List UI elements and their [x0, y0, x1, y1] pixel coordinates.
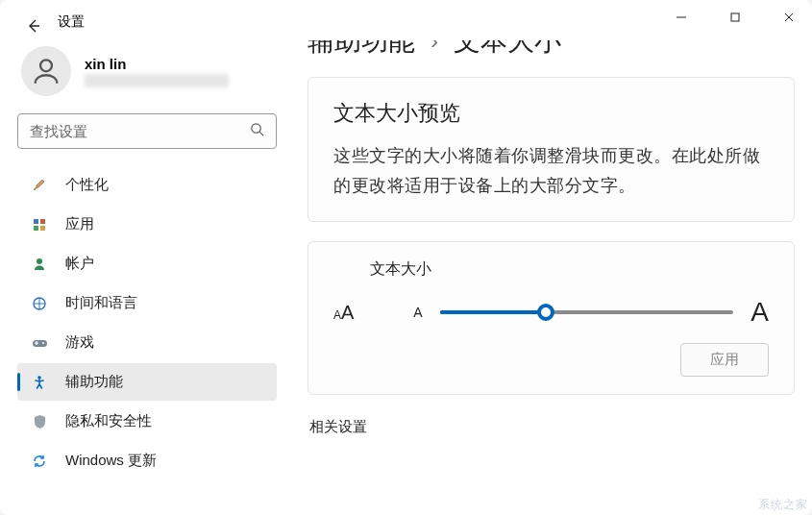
- slider-fill: [440, 310, 546, 314]
- apps-icon: [31, 216, 48, 233]
- text-size-slider[interactable]: [440, 310, 734, 314]
- minimize-button[interactable]: [666, 4, 697, 31]
- globe-clock-icon: [31, 295, 48, 312]
- main-content: 辅助功能 › 文本大小 文本大小预览 这些文字的大小将随着你调整滑块而更改。在此…: [290, 40, 812, 515]
- accessibility-icon: [31, 374, 48, 391]
- text-size-label: 文本大小: [333, 259, 769, 280]
- preview-card: 文本大小预览 这些文字的大小将随着你调整滑块而更改。在此处所做的更改将适用于设备…: [308, 77, 795, 222]
- svg-rect-8: [34, 219, 38, 224]
- user-email-blurred: [85, 74, 229, 87]
- apply-button[interactable]: 应用: [680, 343, 769, 377]
- brush-icon: [31, 177, 48, 194]
- nav-label: 游戏: [65, 333, 94, 352]
- breadcrumb-parent[interactable]: 辅助功能: [308, 40, 415, 60]
- svg-point-15: [42, 342, 44, 344]
- person-icon: [31, 256, 48, 273]
- maximize-button[interactable]: [720, 4, 750, 31]
- update-icon: [31, 453, 48, 470]
- nav-label: 时间和语言: [65, 294, 137, 312]
- nav-accessibility[interactable]: 辅助功能: [17, 363, 277, 401]
- settings-window: 设置 xin lin: [0, 0, 812, 515]
- slider-thumb[interactable]: [537, 304, 554, 321]
- back-button[interactable]: [21, 13, 46, 38]
- text-size-card: 文本大小 AA A A 应用: [308, 241, 795, 395]
- nav-windows-update[interactable]: Windows 更新: [17, 442, 277, 479]
- nav-label: 帐户: [65, 255, 94, 273]
- close-button[interactable]: [774, 4, 804, 31]
- search-icon: [250, 122, 264, 140]
- svg-point-5: [40, 60, 52, 71]
- nav-label: Windows 更新: [65, 452, 157, 470]
- related-settings-heading: 相关设置: [308, 414, 795, 440]
- nav-label: 隐私和安全性: [65, 412, 152, 430]
- svg-rect-1: [731, 13, 739, 21]
- gamepad-icon: [31, 334, 48, 352]
- nav-label: 辅助功能: [65, 373, 123, 391]
- nav-time-language[interactable]: 时间和语言: [17, 284, 277, 322]
- slider-max-icon: A: [750, 297, 769, 328]
- nav-personalization[interactable]: 个性化: [17, 166, 277, 204]
- svg-rect-11: [40, 226, 45, 231]
- svg-point-6: [252, 124, 260, 133]
- search-box[interactable]: [17, 113, 277, 149]
- app-title: 设置: [58, 13, 85, 31]
- avatar: [21, 46, 71, 96]
- nav-label: 个性化: [65, 176, 109, 194]
- chevron-right-icon: ›: [431, 40, 438, 55]
- text-size-icon: AA: [333, 302, 396, 324]
- user-name: xin lin: [85, 56, 229, 72]
- titlebar: [0, 0, 812, 35]
- nav-gaming[interactable]: 游戏: [17, 324, 277, 361]
- svg-point-12: [37, 258, 42, 264]
- search-input[interactable]: [30, 123, 250, 139]
- slider-min-icon: A: [413, 305, 422, 320]
- watermark: 系统之家: [758, 497, 808, 513]
- nav-apps[interactable]: 应用: [17, 206, 277, 243]
- nav-label: 应用: [65, 215, 94, 233]
- shield-icon: [31, 413, 48, 430]
- nav-accounts[interactable]: 帐户: [17, 245, 277, 282]
- breadcrumb-current: 文本大小: [454, 40, 561, 60]
- sidebar: xin lin 个性化: [0, 40, 290, 515]
- breadcrumb: 辅助功能 › 文本大小: [308, 40, 795, 60]
- svg-rect-10: [34, 226, 38, 231]
- user-account-block[interactable]: xin lin: [17, 40, 283, 110]
- svg-line-7: [259, 132, 263, 135]
- nav-privacy[interactable]: 隐私和安全性: [17, 403, 277, 440]
- svg-rect-9: [40, 219, 45, 224]
- preview-description: 这些文字的大小将随着你调整滑块而更改。在此处所做的更改将适用于设备上的大部分文字…: [333, 141, 769, 200]
- nav: 个性化 应用 帐户 时: [17, 166, 283, 479]
- preview-title: 文本大小预览: [333, 99, 769, 128]
